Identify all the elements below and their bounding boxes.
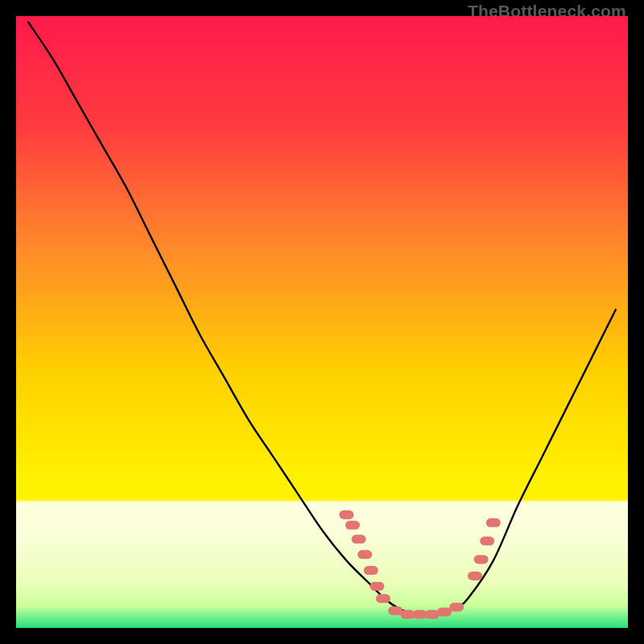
marker-dot [480, 537, 494, 546]
gradient-background [16, 16, 628, 628]
marker-dot [364, 566, 378, 575]
marker-dot [357, 550, 372, 559]
marker-dot [339, 510, 353, 519]
marker-dot [369, 582, 384, 591]
marker-dot [449, 603, 464, 612]
marker-dot [345, 521, 360, 530]
marker-dot [474, 555, 489, 564]
marker-dot [486, 518, 501, 527]
marker-dot [376, 594, 390, 603]
bottleneck-chart [16, 16, 628, 628]
marker-dot [352, 535, 366, 543]
marker-dot [437, 608, 452, 617]
chart-frame [16, 16, 628, 628]
marker-dot [468, 572, 482, 580]
